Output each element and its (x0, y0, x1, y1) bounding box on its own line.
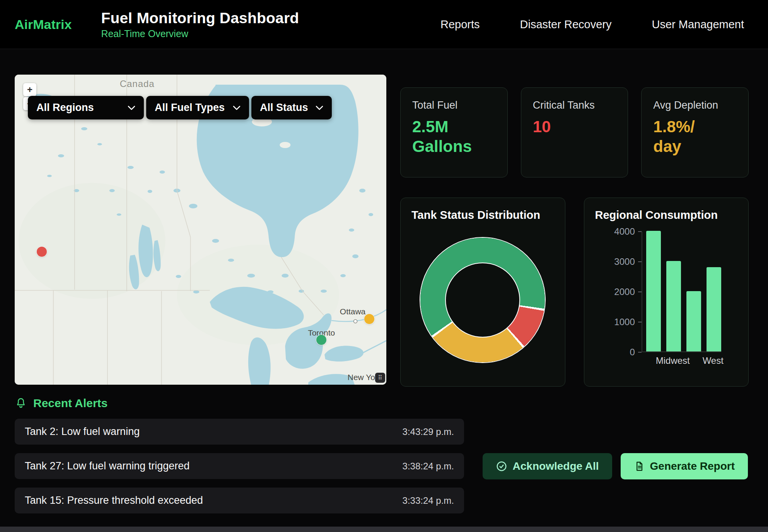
bar-1 (666, 261, 681, 351)
x-tick-label: West (706, 355, 720, 366)
nav-disaster-recovery[interactable]: Disaster Recovery (520, 18, 612, 31)
alert-row[interactable]: Tank 15: Pressure threshold exceeded 3:3… (15, 488, 464, 513)
regional-consumption-xlabels: MidwestWest (642, 355, 721, 366)
alert-time: 3:38:24 p.m. (403, 461, 454, 472)
stat-value: 10 (533, 117, 616, 136)
alert-row[interactable]: Tank 27: Low fuel warning triggered 3:38… (15, 453, 464, 479)
filter-status-label: All Status (260, 102, 308, 114)
stat-label: Critical Tanks (533, 99, 616, 111)
x-tick-label: Midwest (666, 355, 680, 366)
acknowledge-all-button[interactable]: Acknowledge All (483, 453, 612, 479)
map-marker-critical[interactable] (37, 247, 47, 257)
y-tick-label: 2000 (614, 287, 641, 297)
stat-card-total-fuel: Total Fuel 2.5M Gallons (400, 87, 508, 177)
regional-consumption-plot (642, 232, 721, 352)
title-block: Fuel Monitoring Dashboard Real-Time Over… (101, 10, 299, 39)
app-header: AirMatrix Fuel Monitoring Dashboard Real… (0, 0, 768, 49)
fuel-map[interactable]: Canada Ottawa Toronto New York + − All R… (15, 75, 386, 385)
alert-message: Tank 15: Pressure threshold exceeded (25, 494, 203, 506)
alert-time: 3:43:29 p.m. (403, 426, 454, 437)
bar-3 (707, 267, 721, 351)
stat-label: Total Fuel (412, 99, 496, 111)
y-tick-label: 4000 (614, 227, 641, 237)
bell-icon (15, 397, 27, 409)
map-label-ottawa: Ottawa (340, 307, 366, 316)
map-marker-warning[interactable] (364, 314, 374, 324)
stats-row: Total Fuel 2.5M Gallons Critical Tanks 1… (400, 87, 749, 177)
alert-actions: Acknowledge All Generate Report (483, 453, 749, 479)
tank-status-donut-chart (420, 238, 545, 362)
stat-value: 2.5M Gallons (412, 117, 496, 156)
alert-message: Tank 27: Low fuel warning triggered (25, 460, 189, 472)
map-marker-normal[interactable] (316, 335, 326, 345)
charts-row: Tank Status Distribution Regional Consum… (400, 198, 749, 387)
tank-status-title: Tank Status Distribution (411, 209, 554, 222)
chevron-down-icon (316, 106, 323, 110)
main-content: Canada Ottawa Toronto New York + − All R… (0, 49, 768, 513)
bar-2 (686, 291, 701, 351)
y-tick-label: 1000 (614, 317, 641, 327)
nav-user-management[interactable]: User Management (652, 18, 744, 31)
generate-report-button[interactable]: Generate Report (621, 453, 748, 479)
tank-status-card: Tank Status Distribution (400, 198, 565, 387)
filter-fuel-types-label: All Fuel Types (155, 102, 225, 114)
page-title: Fuel Monitoring Dashboard (101, 10, 299, 27)
stat-value: 1.8%/ day (653, 117, 737, 156)
bar-0 (646, 231, 661, 351)
regional-consumption-title: Regional Consumption (595, 209, 738, 222)
map-zoom-in-button[interactable]: + (23, 83, 36, 96)
regional-consumption-card: Regional Consumption 01000200030004000 M… (584, 198, 749, 387)
regional-consumption-chart: 01000200030004000 MidwestWest (595, 232, 738, 366)
stat-label: Avg Depletion (653, 99, 737, 111)
y-tick-label: 0 (630, 347, 641, 357)
ottawa-town-dot (354, 320, 357, 323)
page-subtitle: Real-Time Overview (101, 28, 299, 39)
donut-hole (446, 263, 519, 337)
chevron-down-icon (128, 106, 135, 110)
right-column: Total Fuel 2.5M Gallons Critical Tanks 1… (400, 75, 749, 387)
alert-message: Tank 2: Low fuel warning (25, 426, 140, 438)
recent-alerts-section: Recent Alerts Tank 2: Low fuel warning 3… (15, 397, 749, 513)
document-icon (634, 461, 645, 472)
filter-status-dropdown[interactable]: All Status (251, 96, 332, 119)
alert-list: Tank 2: Low fuel warning 3:43:29 p.m. Ta… (15, 419, 464, 513)
recent-alerts-title: Recent Alerts (33, 397, 108, 410)
generate-report-label: Generate Report (650, 460, 735, 472)
bottom-bar (0, 527, 768, 532)
main-nav: Reports Disaster Recovery User Managemen… (440, 18, 751, 31)
filter-fuel-types-dropdown[interactable]: All Fuel Types (146, 96, 249, 119)
x-tick-label (686, 355, 700, 366)
stat-card-avg-depletion: Avg Depletion 1.8%/ day (641, 87, 749, 177)
filter-regions-label: All Regions (36, 102, 94, 114)
check-circle-icon (496, 460, 507, 472)
filter-regions-dropdown[interactable]: All Regions (28, 96, 144, 119)
map-canvas: Canada Ottawa Toronto New York (15, 75, 386, 385)
alert-row[interactable]: Tank 2: Low fuel warning 3:43:29 p.m. (15, 419, 464, 445)
app-logo[interactable]: AirMatrix (15, 17, 72, 32)
regional-consumption-yaxis: 01000200030004000 (611, 232, 642, 352)
alert-time: 3:33:24 p.m. (403, 495, 454, 506)
chevron-down-icon (233, 106, 241, 110)
map-label-canada: Canada (120, 78, 155, 89)
stat-card-critical-tanks: Critical Tanks 10 (521, 87, 628, 177)
acknowledge-all-label: Acknowledge All (513, 460, 599, 472)
map-filters: All Regions All Fuel Types All Status (28, 96, 332, 119)
map-drag-handle[interactable]: ⠿ (375, 373, 385, 383)
y-tick-label: 3000 (614, 257, 641, 267)
nav-reports[interactable]: Reports (440, 18, 480, 31)
